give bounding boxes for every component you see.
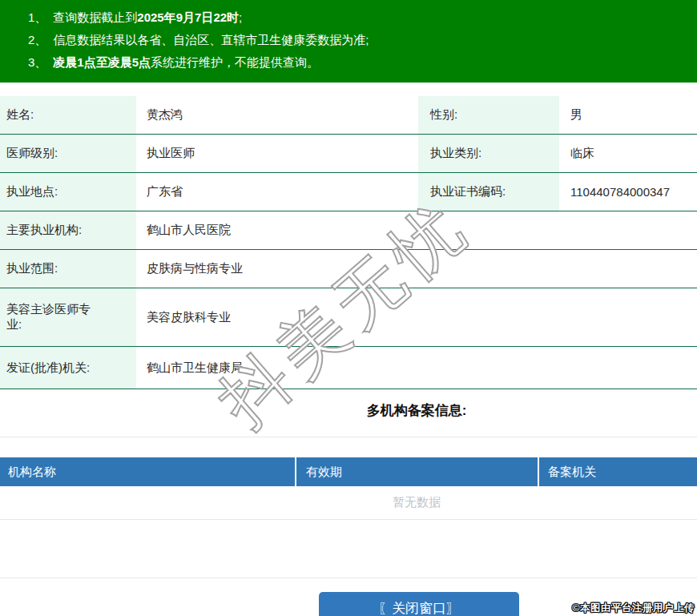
table-row: 执业范围: 皮肤病与性病专业 — [0, 250, 697, 288]
doctor-info-table: 姓名: 黄杰鸿 性别: 男 医师级别: 执业医师 执业类别: 临床 执业地点: … — [0, 96, 697, 389]
field-value-issuing-authority: 鹤山市卫生健康局 — [136, 347, 697, 389]
field-value-main-institution: 鹤山市人民医院 — [136, 211, 697, 249]
image-credit-text: ©本图由平台注册用户上传 — [572, 602, 695, 615]
notice-text-bold: 2025年9月7日22时 — [137, 10, 239, 24]
field-value-practice-category: 临床 — [559, 135, 697, 172]
table-row: 发证(批准)机关: 鹤山市卫生健康局 — [0, 347, 697, 389]
notice-banner: 1、查询数据截止到2025年9月7日22时; 2、信息数据结果以各省、自治区、直… — [0, 0, 697, 83]
notice-text: 查询数据截止到 — [53, 10, 137, 24]
notice-item: 3、凌晨1点至凌晨5点系统进行维护，不能提供查询。 — [28, 51, 689, 74]
field-value-cosmetic-specialty: 美容皮肤科专业 — [136, 288, 697, 346]
field-value-certificate-number: 110440784000347 — [559, 173, 697, 211]
close-window-button[interactable]: 〖关闭窗口〗 — [319, 592, 519, 616]
field-label-doctor-level: 医师级别: — [0, 135, 136, 172]
notice-item: 1、查询数据截止到2025年9月7日22时; — [28, 6, 689, 29]
field-label-gender: 性别: — [418, 96, 559, 134]
field-value-practice-location: 广东省 — [136, 173, 418, 211]
notice-text: 信息数据结果以各省、自治区、直辖市卫生健康委数据为准; — [53, 33, 369, 46]
notice-item: 2、信息数据结果以各省、自治区、直辖市卫生健康委数据为准; — [28, 29, 689, 51]
field-label-name: 姓名: — [0, 96, 136, 134]
column-header-filing-authority: 备案机关 — [539, 457, 697, 486]
table-row: 主要执业机构: 鹤山市人民医院 — [0, 211, 697, 250]
notice-number: 1、 — [28, 10, 46, 24]
field-label-certificate-number: 执业证书编码: — [418, 173, 559, 211]
field-value-doctor-level: 执业医师 — [136, 135, 418, 172]
table-row: 姓名: 黄杰鸿 性别: 男 — [0, 96, 697, 135]
column-header-institution-name: 机构名称 — [0, 457, 296, 486]
separator-line — [0, 578, 697, 578]
field-value-gender: 男 — [559, 96, 697, 134]
notice-number: 3、 — [28, 55, 46, 69]
notice-text: 系统进行维护，不能提供查询。 — [151, 55, 319, 69]
field-label-main-institution: 主要执业机构: — [0, 211, 136, 249]
doctor-license-result-page: 1、查询数据截止到2025年9月7日22时; 2、信息数据结果以各省、自治区、直… — [0, 0, 697, 616]
notice-number: 2、 — [28, 33, 46, 46]
field-label-practice-category: 执业类别: — [418, 135, 559, 172]
multi-institution-section-title: 多机构备案信息: — [0, 401, 697, 420]
records-table-header: 机构名称 有效期 备案机关 — [0, 457, 697, 486]
field-label-practice-location: 执业地点: — [0, 173, 136, 211]
field-label-practice-scope: 执业范围: — [0, 250, 136, 288]
table-row: 美容主诊医师专业: 美容皮肤科专业 — [0, 288, 697, 347]
empty-state-text: 暂无数据 — [0, 486, 697, 520]
column-header-validity-period: 有效期 — [296, 457, 539, 486]
field-label-issuing-authority: 发证(批准)机关: — [0, 347, 136, 389]
table-row: 医师级别: 执业医师 执业类别: 临床 — [0, 135, 697, 173]
field-value-name: 黄杰鸿 — [136, 96, 418, 134]
notice-text: ; — [239, 10, 242, 24]
notice-text-bold: 凌晨1点至凌晨5点 — [53, 55, 151, 69]
table-row: 执业地点: 广东省 执业证书编码: 110440784000347 — [0, 173, 697, 211]
field-label-cosmetic-specialty: 美容主诊医师专业: — [0, 288, 136, 346]
separator-line — [0, 437, 697, 437]
field-value-practice-scope: 皮肤病与性病专业 — [136, 250, 697, 288]
